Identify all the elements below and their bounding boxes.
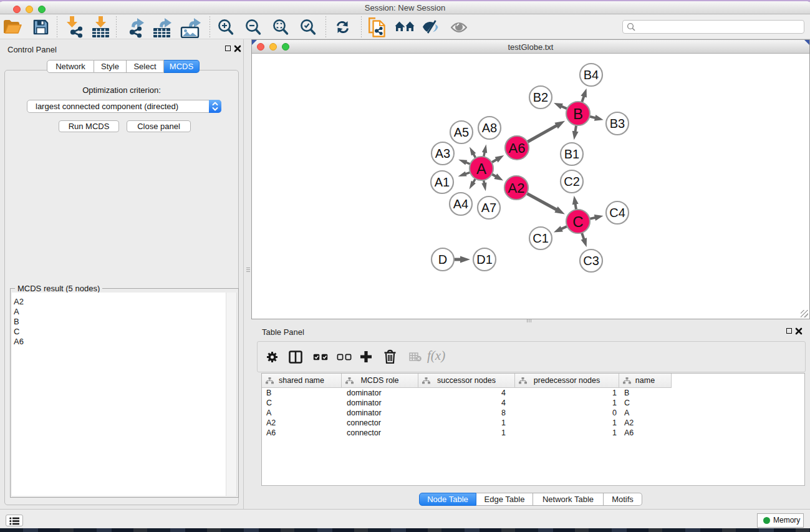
- svg-text:C1: C1: [533, 231, 549, 245]
- svg-text:B2: B2: [533, 90, 548, 104]
- svg-text:A3: A3: [435, 147, 450, 160]
- svg-text:A5: A5: [454, 125, 469, 139]
- svg-text:A2: A2: [508, 180, 525, 196]
- svg-text:A4: A4: [453, 197, 468, 211]
- svg-text:C4: C4: [609, 206, 625, 220]
- svg-text:C2: C2: [564, 175, 580, 188]
- svg-text:A1: A1: [435, 175, 450, 189]
- svg-text:A: A: [476, 160, 486, 177]
- svg-text:B: B: [573, 105, 583, 122]
- svg-text:D: D: [438, 253, 447, 266]
- svg-text:B3: B3: [610, 117, 625, 130]
- svg-text:A7: A7: [481, 201, 496, 215]
- svg-text:C: C: [572, 213, 583, 230]
- svg-text:A6: A6: [509, 140, 526, 156]
- svg-text:C3: C3: [583, 254, 599, 268]
- svg-text:B4: B4: [584, 68, 599, 82]
- svg-text:A8: A8: [482, 121, 497, 135]
- svg-text:D1: D1: [476, 253, 493, 266]
- svg-text:B1: B1: [564, 147, 579, 161]
